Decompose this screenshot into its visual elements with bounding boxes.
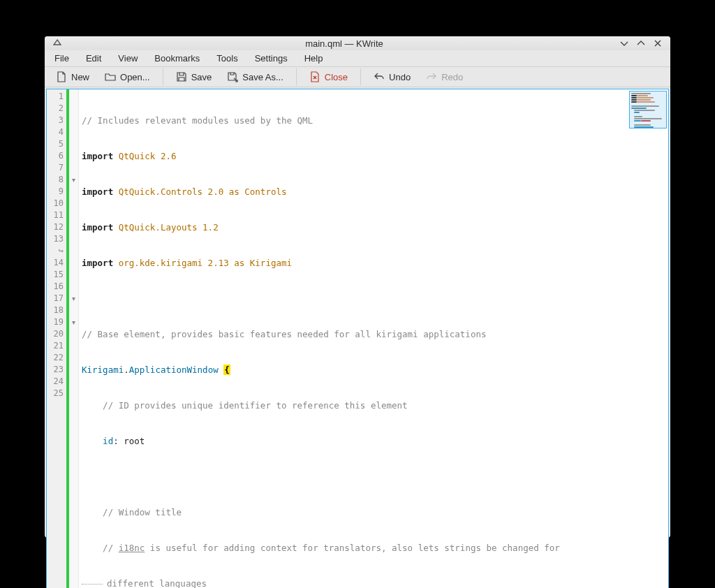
document-close-icon (309, 71, 320, 82)
fold-spacer (69, 328, 78, 340)
open-label: Open... (120, 72, 150, 82)
fold-spacer (69, 103, 78, 115)
fold-spacer (69, 281, 78, 293)
gutter: 12345678910111213↪1415161718192021222324… (47, 89, 79, 588)
fold-spacer (69, 269, 78, 281)
redo-label: Redo (441, 72, 463, 82)
menubar: File Edit View Bookmarks Tools Settings … (45, 50, 670, 67)
menu-view[interactable]: View (111, 50, 145, 66)
fold-marker-icon[interactable]: ▾ (69, 316, 78, 328)
editor[interactable]: 12345678910111213↪1415161718192021222324… (46, 89, 669, 588)
redo-icon (426, 71, 437, 82)
fold-spacer (69, 138, 78, 150)
line-number[interactable]: 19 (47, 316, 66, 328)
fold-spacer (69, 376, 78, 388)
fold-spacer (69, 221, 78, 233)
line-number[interactable]: ↪ (47, 245, 66, 257)
line-number[interactable]: 14 (47, 257, 66, 269)
fold-spacer (69, 304, 78, 316)
new-button[interactable]: New (49, 67, 96, 87)
maximize-icon[interactable] (634, 36, 648, 50)
undo-label: Undo (389, 72, 411, 82)
line-number[interactable]: 13 (47, 233, 66, 245)
line-number[interactable]: 6 (47, 150, 66, 162)
line-number[interactable]: 25 (47, 388, 66, 399)
open-button[interactable]: Open... (98, 67, 157, 87)
new-file-icon (56, 71, 67, 82)
line-number[interactable]: 1 (47, 91, 66, 103)
line-number[interactable]: 7 (47, 162, 66, 174)
fold-spacer (69, 245, 78, 257)
line-number[interactable]: 8 (47, 174, 66, 186)
toolbar-separator (360, 68, 361, 85)
fold-marker-icon[interactable]: ▾ (69, 174, 78, 186)
line-number[interactable]: 16 (47, 281, 66, 293)
line-number[interactable]: 10 (47, 198, 66, 210)
line-number[interactable]: 11 (47, 210, 66, 221)
fold-spacer (69, 150, 78, 162)
line-number[interactable]: 4 (47, 126, 66, 138)
close-icon[interactable] (651, 36, 665, 50)
minimize-icon[interactable] (617, 36, 631, 50)
fold-spacer (69, 126, 78, 138)
undo-icon (374, 71, 385, 82)
fold-marker-icon[interactable]: ▾ (69, 293, 78, 304)
menu-edit[interactable]: Edit (79, 50, 108, 66)
menu-settings[interactable]: Settings (248, 50, 295, 66)
line-number[interactable]: 23 (47, 364, 66, 376)
fold-spacer (69, 364, 78, 376)
line-number[interactable]: 2 (47, 103, 66, 115)
minimap[interactable] (629, 91, 667, 128)
toolbar-separator (296, 68, 297, 85)
fold-spacer (69, 257, 78, 269)
fold-spacer (69, 115, 78, 126)
fold-spacer (69, 186, 78, 198)
saveas-button[interactable]: Save As... (220, 67, 290, 87)
menu-tools[interactable]: Tools (209, 50, 244, 66)
menu-file[interactable]: File (47, 50, 76, 66)
toolbar: New Open... Save Save As... Close (45, 67, 670, 87)
line-numbers[interactable]: 12345678910111213↪1415161718192021222324… (47, 89, 66, 588)
save-label: Save (191, 72, 212, 82)
fold-column[interactable]: ▾▾▾ (69, 89, 79, 588)
fold-spacer (69, 198, 78, 210)
line-number[interactable]: 22 (47, 352, 66, 364)
titlebar: main.qml — KWrite (45, 36, 670, 50)
save-button[interactable]: Save (169, 67, 219, 87)
folder-open-icon (105, 71, 116, 82)
redo-button[interactable]: Redo (419, 67, 470, 87)
line-number[interactable]: 9 (47, 186, 66, 198)
line-number[interactable]: 15 (47, 269, 66, 281)
close-label: Close (325, 72, 348, 82)
kwrite-window: main.qml — KWrite File Edit View Bookmar… (45, 36, 670, 538)
line-number[interactable]: 5 (47, 138, 66, 150)
line-number[interactable]: 12 (47, 221, 66, 233)
line-number[interactable]: 24 (47, 376, 66, 388)
close-button[interactable]: Close (302, 67, 355, 87)
fold-spacer (69, 210, 78, 221)
window-title: main.qml — KWrite (71, 38, 617, 49)
line-number[interactable]: 20 (47, 328, 66, 340)
code-area[interactable]: // Includes relevant modules used by the… (79, 89, 668, 588)
save-icon (176, 71, 187, 82)
undo-button[interactable]: Undo (367, 67, 418, 87)
line-number[interactable]: 3 (47, 115, 66, 126)
menu-help[interactable]: Help (297, 50, 330, 66)
fold-spacer (69, 162, 78, 174)
fold-spacer (69, 233, 78, 245)
saveas-label: Save As... (242, 72, 283, 82)
fold-spacer (69, 388, 78, 399)
fold-spacer (69, 91, 78, 103)
line-number[interactable]: 21 (47, 340, 66, 352)
fold-spacer (69, 340, 78, 352)
line-number[interactable]: 17 (47, 293, 66, 304)
menu-bookmarks[interactable]: Bookmarks (147, 50, 207, 66)
app-menu-icon[interactable] (50, 36, 64, 50)
toolbar-separator (163, 68, 163, 85)
fold-spacer (69, 352, 78, 364)
new-label: New (71, 72, 89, 82)
save-as-icon (227, 71, 238, 82)
line-number[interactable]: 18 (47, 304, 66, 316)
